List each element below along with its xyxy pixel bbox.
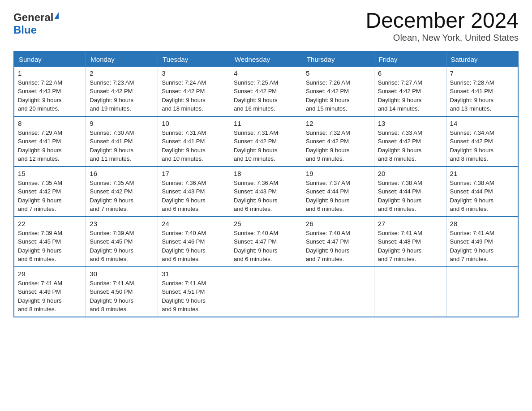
day-info: Sunrise: 7:24 AMSunset: 4:42 PMDaylight:… <box>162 79 206 112</box>
calendar-cell: 12 Sunrise: 7:32 AMSunset: 4:42 PMDaylig… <box>302 116 374 167</box>
day-number: 1 <box>18 69 82 77</box>
weekday-header-wednesday: Wednesday <box>230 51 302 67</box>
day-number: 8 <box>18 120 82 127</box>
calendar-cell: 1 Sunrise: 7:22 AMSunset: 4:43 PMDayligh… <box>14 67 86 116</box>
day-info: Sunrise: 7:35 AMSunset: 4:42 PMDaylight:… <box>18 180 62 213</box>
day-number: 13 <box>378 120 442 127</box>
day-info: Sunrise: 7:37 AMSunset: 4:44 PMDaylight:… <box>306 180 350 213</box>
page-header: General Blue December 2024 Olean, New Yo… <box>13 9 519 43</box>
logo: General Blue <box>13 9 59 36</box>
calendar-cell: 26 Sunrise: 7:40 AMSunset: 4:47 PMDaylig… <box>302 217 374 267</box>
day-info: Sunrise: 7:28 AMSunset: 4:41 PMDaylight:… <box>450 79 494 112</box>
day-number: 24 <box>162 220 226 227</box>
day-number: 5 <box>306 69 370 77</box>
calendar-cell: 23 Sunrise: 7:39 AMSunset: 4:45 PMDaylig… <box>86 217 158 267</box>
calendar-cell: 24 Sunrise: 7:40 AMSunset: 4:46 PMDaylig… <box>158 217 230 267</box>
weekday-header-thursday: Thursday <box>302 51 374 67</box>
calendar-cell: 25 Sunrise: 7:40 AMSunset: 4:47 PMDaylig… <box>230 217 302 267</box>
day-number: 7 <box>450 69 514 77</box>
day-info: Sunrise: 7:31 AMSunset: 4:41 PMDaylight:… <box>162 129 206 163</box>
day-info: Sunrise: 7:41 AMSunset: 4:49 PMDaylight:… <box>450 230 494 263</box>
day-number: 9 <box>90 120 154 127</box>
day-info: Sunrise: 7:36 AMSunset: 4:43 PMDaylight:… <box>234 180 278 213</box>
day-info: Sunrise: 7:40 AMSunset: 4:46 PMDaylight:… <box>162 230 206 263</box>
day-number: 29 <box>18 270 82 278</box>
day-info: Sunrise: 7:36 AMSunset: 4:43 PMDaylight:… <box>162 180 206 213</box>
day-info: Sunrise: 7:26 AMSunset: 4:42 PMDaylight:… <box>306 79 350 112</box>
day-number: 23 <box>90 220 154 227</box>
calendar-cell: 15 Sunrise: 7:35 AMSunset: 4:42 PMDaylig… <box>14 167 86 217</box>
day-number: 30 <box>90 270 154 278</box>
calendar-cell: 19 Sunrise: 7:37 AMSunset: 4:44 PMDaylig… <box>302 167 374 217</box>
calendar-cell: 3 Sunrise: 7:24 AMSunset: 4:42 PMDayligh… <box>158 67 230 116</box>
calendar-week-3: 15 Sunrise: 7:35 AMSunset: 4:42 PMDaylig… <box>14 167 518 217</box>
page-subtitle: Olean, New York, United States <box>365 33 519 43</box>
day-number: 27 <box>378 220 442 227</box>
calendar-cell: 28 Sunrise: 7:41 AMSunset: 4:49 PMDaylig… <box>446 217 518 267</box>
weekday-header-monday: Monday <box>86 51 158 67</box>
day-number: 17 <box>162 170 226 177</box>
day-info: Sunrise: 7:41 AMSunset: 4:49 PMDaylight:… <box>18 280 62 313</box>
calendar-cell: 20 Sunrise: 7:38 AMSunset: 4:44 PMDaylig… <box>374 167 446 217</box>
calendar-cell: 14 Sunrise: 7:34 AMSunset: 4:42 PMDaylig… <box>446 116 518 167</box>
weekday-header-tuesday: Tuesday <box>158 51 230 67</box>
day-number: 21 <box>450 170 514 177</box>
day-number: 28 <box>450 220 514 227</box>
calendar-header-row: SundayMondayTuesdayWednesdayThursdayFrid… <box>14 51 518 67</box>
day-info: Sunrise: 7:22 AMSunset: 4:43 PMDaylight:… <box>18 79 62 112</box>
day-number: 2 <box>90 69 154 77</box>
day-info: Sunrise: 7:34 AMSunset: 4:42 PMDaylight:… <box>450 129 494 163</box>
day-info: Sunrise: 7:30 AMSunset: 4:41 PMDaylight:… <box>90 129 134 163</box>
day-info: Sunrise: 7:40 AMSunset: 4:47 PMDaylight:… <box>306 230 350 263</box>
day-number: 14 <box>450 120 514 127</box>
day-info: Sunrise: 7:38 AMSunset: 4:44 PMDaylight:… <box>450 180 494 213</box>
calendar-cell: 7 Sunrise: 7:28 AMSunset: 4:41 PMDayligh… <box>446 67 518 116</box>
calendar-week-2: 8 Sunrise: 7:29 AMSunset: 4:41 PMDayligh… <box>14 116 518 167</box>
day-info: Sunrise: 7:39 AMSunset: 4:45 PMDaylight:… <box>90 230 134 263</box>
calendar-cell: 10 Sunrise: 7:31 AMSunset: 4:41 PMDaylig… <box>158 116 230 167</box>
day-info: Sunrise: 7:40 AMSunset: 4:47 PMDaylight:… <box>234 230 278 263</box>
logo-blue-text: Blue <box>13 24 37 36</box>
calendar-cell: 4 Sunrise: 7:25 AMSunset: 4:42 PMDayligh… <box>230 67 302 116</box>
day-number: 4 <box>234 69 298 77</box>
calendar-week-4: 22 Sunrise: 7:39 AMSunset: 4:45 PMDaylig… <box>14 217 518 267</box>
day-info: Sunrise: 7:29 AMSunset: 4:41 PMDaylight:… <box>18 129 62 163</box>
title-block: December 2024 Olean, New York, United St… <box>365 9 519 43</box>
day-number: 3 <box>162 69 226 77</box>
day-number: 12 <box>306 120 370 127</box>
calendar-cell <box>230 267 302 317</box>
day-number: 6 <box>378 69 442 77</box>
calendar-cell <box>302 267 374 317</box>
logo-triangle-icon <box>54 12 59 19</box>
calendar-cell: 18 Sunrise: 7:36 AMSunset: 4:43 PMDaylig… <box>230 167 302 217</box>
day-number: 11 <box>234 120 298 127</box>
calendar-cell: 8 Sunrise: 7:29 AMSunset: 4:41 PMDayligh… <box>14 116 86 167</box>
calendar-cell: 16 Sunrise: 7:35 AMSunset: 4:42 PMDaylig… <box>86 167 158 217</box>
day-info: Sunrise: 7:41 AMSunset: 4:48 PMDaylight:… <box>378 230 422 263</box>
calendar-cell <box>446 267 518 317</box>
day-info: Sunrise: 7:41 AMSunset: 4:50 PMDaylight:… <box>90 280 134 313</box>
calendar-cell: 5 Sunrise: 7:26 AMSunset: 4:42 PMDayligh… <box>302 67 374 116</box>
calendar-table: SundayMondayTuesdayWednesdayThursdayFrid… <box>13 51 519 317</box>
day-number: 25 <box>234 220 298 227</box>
day-number: 19 <box>306 170 370 177</box>
calendar-cell: 31 Sunrise: 7:41 AMSunset: 4:51 PMDaylig… <box>158 267 230 317</box>
page-title: December 2024 <box>365 9 519 33</box>
weekday-header-saturday: Saturday <box>446 51 518 67</box>
day-number: 16 <box>90 170 154 177</box>
calendar-cell: 17 Sunrise: 7:36 AMSunset: 4:43 PMDaylig… <box>158 167 230 217</box>
day-number: 26 <box>306 220 370 227</box>
day-info: Sunrise: 7:32 AMSunset: 4:42 PMDaylight:… <box>306 129 350 163</box>
day-info: Sunrise: 7:38 AMSunset: 4:44 PMDaylight:… <box>378 180 422 213</box>
day-info: Sunrise: 7:25 AMSunset: 4:42 PMDaylight:… <box>234 79 278 112</box>
calendar-cell: 11 Sunrise: 7:31 AMSunset: 4:42 PMDaylig… <box>230 116 302 167</box>
calendar-cell: 27 Sunrise: 7:41 AMSunset: 4:48 PMDaylig… <box>374 217 446 267</box>
day-number: 20 <box>378 170 442 177</box>
calendar-cell: 2 Sunrise: 7:23 AMSunset: 4:42 PMDayligh… <box>86 67 158 116</box>
calendar-cell: 29 Sunrise: 7:41 AMSunset: 4:49 PMDaylig… <box>14 267 86 317</box>
calendar-cell: 22 Sunrise: 7:39 AMSunset: 4:45 PMDaylig… <box>14 217 86 267</box>
day-number: 10 <box>162 120 226 127</box>
day-info: Sunrise: 7:35 AMSunset: 4:42 PMDaylight:… <box>90 180 134 213</box>
day-info: Sunrise: 7:39 AMSunset: 4:45 PMDaylight:… <box>18 230 62 263</box>
day-info: Sunrise: 7:23 AMSunset: 4:42 PMDaylight:… <box>90 79 134 112</box>
